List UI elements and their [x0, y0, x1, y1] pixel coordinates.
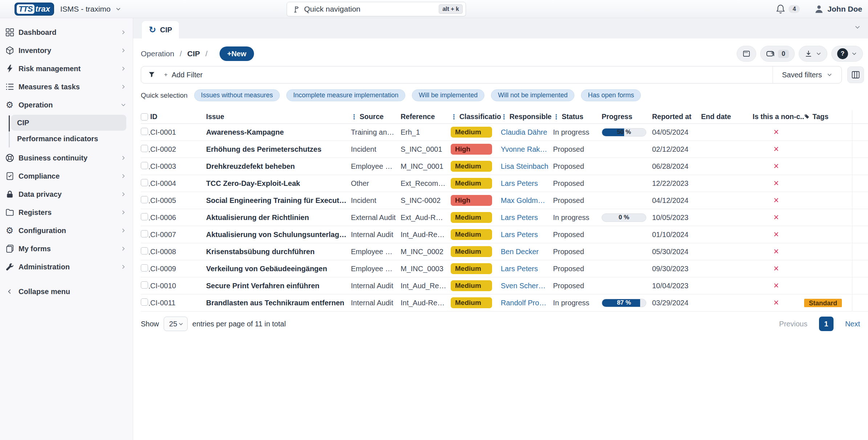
breadcrumb-section[interactable]: Operation — [141, 49, 174, 58]
col-source[interactable]: ⋮Source — [351, 113, 401, 121]
non-compliance-x-icon[interactable]: × — [774, 144, 779, 154]
issue-link[interactable]: TCC Zero-Day-Exploit-Leak — [206, 179, 351, 188]
responsible-link[interactable]: Ben Decker — [501, 248, 553, 256]
sidebar-item-inventory[interactable]: Inventory — [0, 41, 133, 60]
issue-link[interactable]: Secure Print Verfahren einführen — [206, 282, 351, 290]
non-compliance-x-icon[interactable]: × — [774, 230, 779, 239]
responsible-link[interactable]: Claudia Dähre — [501, 128, 553, 137]
responsible-link[interactable]: Randolf Proble... — [501, 299, 553, 307]
column-settings-button[interactable] — [847, 66, 864, 83]
row-checkbox[interactable] — [141, 264, 148, 272]
current-page-button[interactable]: 1 — [819, 317, 834, 331]
sidebar-item-configuration[interactable]: ⚙ Configuration — [0, 221, 133, 240]
col-reported-at[interactable]: Reported at — [652, 113, 701, 121]
responsible-link[interactable]: Yvonne Rakowski — [501, 145, 553, 154]
tab-cip[interactable]: ↻ CIP — [142, 21, 179, 38]
col-progress[interactable]: Progress — [602, 113, 652, 121]
quick-filter-chip[interactable]: Will not be implemented — [491, 89, 574, 101]
responsible-link[interactable]: Lars Peters — [501, 265, 553, 273]
drag-handle-icon[interactable]: ⋮ — [451, 114, 457, 120]
issue-link[interactable]: Verkeilung von Gebäudeeingängen — [206, 265, 351, 273]
filter-bar[interactable]: + Add Filter Saved filters — [141, 66, 842, 83]
col-end-date[interactable]: End date — [701, 113, 753, 121]
window-view-button[interactable] — [737, 46, 756, 62]
issue-link[interactable]: Awareness-Kampagne — [206, 128, 351, 137]
row-checkbox[interactable] — [141, 281, 148, 289]
refresh-icon[interactable]: ↻ — [149, 25, 156, 34]
responsible-link[interactable]: Lars Peters — [501, 213, 553, 222]
col-classification[interactable]: ⋮Classification — [451, 113, 501, 121]
non-compliance-x-icon[interactable]: × — [774, 127, 779, 137]
sidebar-item-measures-tasks[interactable]: Measures & tasks — [0, 78, 133, 96]
responsible-link[interactable]: Lisa Steinbach — [501, 162, 553, 171]
collapse-menu-button[interactable]: Collapse menu — [0, 282, 133, 301]
row-checkbox[interactable] — [141, 162, 148, 169]
responsible-link[interactable]: Lars Peters — [501, 179, 553, 188]
row-checkbox[interactable] — [141, 128, 148, 135]
sidebar-item-risk-management[interactable]: Risk management — [0, 60, 133, 78]
col-status[interactable]: ⋮Status — [553, 113, 602, 121]
non-compliance-x-icon[interactable]: × — [774, 196, 779, 205]
row-checkbox[interactable] — [141, 179, 148, 186]
saved-filters-dropdown[interactable]: Saved filters — [773, 66, 842, 83]
row-checkbox[interactable] — [141, 298, 148, 306]
workspace-selector[interactable]: ISMS - traximo — [60, 5, 122, 13]
row-checkbox[interactable] — [141, 247, 148, 254]
drag-handle-icon[interactable]: ⋮ — [501, 114, 507, 120]
sidebar-item-administration[interactable]: Administration — [0, 258, 133, 276]
drag-handle-icon[interactable]: ⋮ — [553, 114, 560, 120]
issue-link[interactable]: Aktualisierung von Schulungsunterlagen — [206, 231, 351, 239]
sidebar-subitem-cip[interactable]: CIP — [11, 115, 126, 131]
drag-handle-icon[interactable]: ⋮ — [351, 114, 357, 120]
issue-link[interactable]: Aktualisierung der Richtlinien — [206, 213, 351, 222]
non-compliance-x-icon[interactable]: × — [774, 213, 779, 222]
user-menu[interactable]: John Doe — [814, 4, 862, 14]
col-tags[interactable]: Tags — [804, 113, 852, 121]
col-responsible[interactable]: ⋮Responsible — [501, 113, 553, 121]
quick-filter-chip[interactable]: Has open forms — [581, 89, 641, 101]
sidebar-item-compliance[interactable]: Compliance — [0, 167, 133, 185]
col-issue[interactable]: Issue — [206, 113, 351, 121]
quick-filter-chip[interactable]: Will be implemented — [412, 89, 484, 101]
add-filter-label[interactable]: Add Filter — [172, 71, 203, 79]
row-checkbox[interactable] — [141, 213, 148, 220]
col-id[interactable]: ID — [150, 113, 206, 121]
non-compliance-x-icon[interactable]: × — [774, 281, 779, 290]
sidebar-item-registers[interactable]: Registers — [0, 203, 133, 221]
inbox-button[interactable]: 0 — [760, 46, 795, 62]
non-compliance-x-icon[interactable]: × — [774, 247, 779, 256]
sidebar-item-business-continuity[interactable]: Business continuity — [0, 149, 133, 167]
quick-filter-chip[interactable]: Issues without measures — [194, 89, 280, 101]
sidebar-item-my-forms[interactable]: My forms — [0, 240, 133, 258]
col-non-compliance[interactable]: Is this a non-c... — [753, 113, 804, 121]
issue-link[interactable]: Social Engineering Training für Executiv… — [206, 196, 351, 205]
quick-navigation-input[interactable]: Quick navigation alt + k — [287, 2, 466, 16]
tabstrip-chevron-down-icon[interactable] — [854, 24, 861, 30]
row-checkbox[interactable] — [141, 145, 148, 152]
row-checkbox[interactable] — [141, 230, 148, 237]
responsible-link[interactable]: Max Goldmann — [501, 196, 553, 205]
sidebar-item-data-privacy[interactable]: Data privacy — [0, 185, 133, 203]
sidebar-item-dashboard[interactable]: Dashboard — [0, 23, 133, 41]
issue-link[interactable]: Krisenstabsübung durchführen — [206, 248, 351, 256]
new-button[interactable]: + New — [220, 46, 254, 61]
quick-filter-chip[interactable]: Incomplete measure implementation — [286, 89, 405, 101]
non-compliance-x-icon[interactable]: × — [774, 264, 779, 273]
row-checkbox[interactable] — [141, 196, 148, 203]
app-logo[interactable]: TTS trax — [15, 3, 54, 16]
previous-page-button[interactable]: Previous — [779, 320, 807, 328]
bell-icon[interactable] — [775, 4, 786, 14]
export-button[interactable] — [799, 46, 827, 62]
select-all-checkbox[interactable] — [141, 113, 148, 121]
issue-link[interactable]: Erhöhung des Perimeterschutzes — [206, 145, 351, 154]
responsible-link[interactable]: Sven Schermann — [501, 282, 553, 290]
issue-link[interactable]: Drehkreuzdefekt beheben — [206, 162, 351, 171]
col-reference[interactable]: Reference — [401, 113, 451, 121]
non-compliance-x-icon[interactable]: × — [774, 298, 779, 307]
sidebar-subitem-performance-indicators[interactable]: Performance indicators — [11, 131, 126, 147]
sidebar-item-operation[interactable]: ⚙ Operation — [0, 96, 133, 114]
non-compliance-x-icon[interactable]: × — [774, 162, 779, 171]
next-page-button[interactable]: Next — [845, 320, 860, 328]
responsible-link[interactable]: Lars Peters — [501, 231, 553, 239]
page-size-select[interactable]: 25 — [164, 317, 188, 331]
